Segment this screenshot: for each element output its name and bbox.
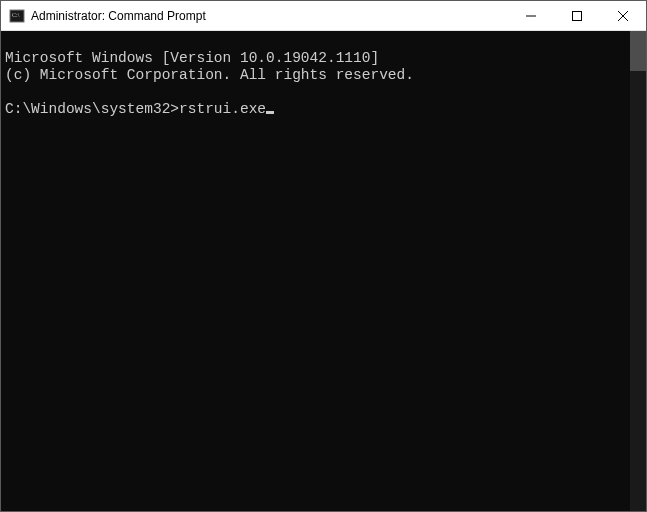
cursor [266, 111, 274, 114]
scrollbar-thumb[interactable] [630, 31, 646, 71]
close-button[interactable] [600, 1, 646, 30]
terminal-line: Microsoft Windows [Version 10.0.19042.11… [5, 50, 379, 66]
svg-rect-3 [573, 11, 582, 20]
terminal[interactable]: Microsoft Windows [Version 10.0.19042.11… [1, 31, 630, 511]
titlebar[interactable]: C:\ Administrator: Command Prompt [1, 1, 646, 31]
svg-text:C:\: C:\ [12, 12, 20, 18]
window-title: Administrator: Command Prompt [31, 9, 206, 23]
command-input: rstrui.exe [179, 101, 266, 117]
maximize-button[interactable] [554, 1, 600, 30]
prompt: C:\Windows\system32> [5, 101, 179, 117]
client-area: Microsoft Windows [Version 10.0.19042.11… [1, 31, 646, 511]
window: C:\ Administrator: Command Prompt [0, 0, 647, 512]
scrollbar[interactable] [630, 31, 646, 511]
cmd-icon: C:\ [9, 8, 25, 24]
minimize-button[interactable] [508, 1, 554, 30]
window-controls [508, 1, 646, 30]
terminal-line: (c) Microsoft Corporation. All rights re… [5, 67, 414, 83]
prompt-line: C:\Windows\system32>rstrui.exe [5, 101, 274, 117]
